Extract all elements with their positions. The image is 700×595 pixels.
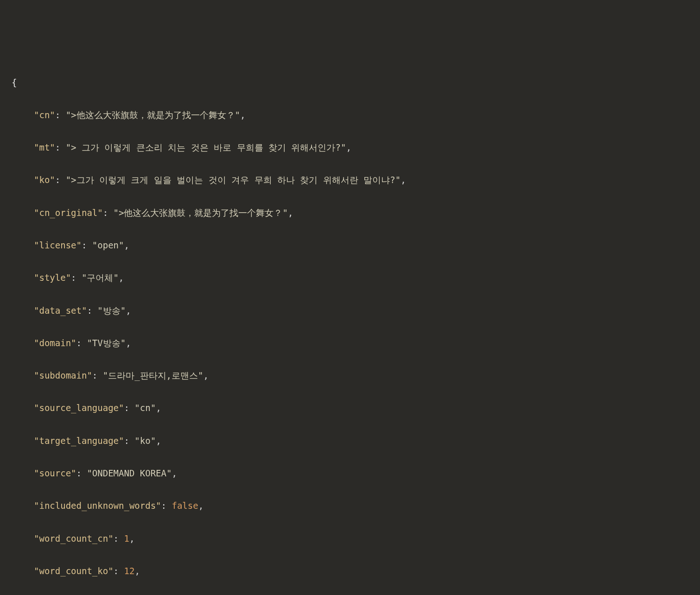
key-style: "style" bbox=[34, 272, 71, 283]
comma: , bbox=[288, 208, 293, 218]
key-license: "license" bbox=[34, 240, 82, 250]
colon: : bbox=[103, 208, 114, 218]
colon: : bbox=[76, 468, 87, 478]
colon: : bbox=[55, 175, 66, 185]
key-cn-original: "cn_original" bbox=[34, 208, 103, 218]
comma: , bbox=[126, 338, 131, 348]
key-word-count-ko: "word_count_ko" bbox=[34, 566, 114, 576]
colon: : bbox=[114, 566, 124, 576]
colon: : bbox=[124, 436, 134, 446]
comma: , bbox=[156, 436, 161, 446]
val-ko: ">그가 이렇게 크게 일을 벌이는 것이 겨우 무희 하나 찾기 위해서란 말… bbox=[66, 175, 401, 185]
key-source-language: "source_language" bbox=[34, 403, 124, 413]
val-cn-original: ">他这么大张旗鼓，就是为了找一个舞女？" bbox=[114, 208, 288, 218]
colon: : bbox=[124, 403, 134, 413]
key-included-unknown-words: "included_unknown_words" bbox=[34, 500, 161, 511]
colon: : bbox=[55, 142, 66, 152]
colon: : bbox=[87, 305, 97, 316]
val-style: "구어체" bbox=[82, 272, 119, 283]
comma: , bbox=[240, 110, 245, 120]
colon: : bbox=[71, 272, 82, 283]
colon: : bbox=[161, 500, 172, 511]
comma: , bbox=[198, 500, 204, 511]
comma: , bbox=[204, 370, 209, 380]
key-domain: "domain" bbox=[34, 338, 76, 348]
key-mt: "mt" bbox=[34, 142, 55, 152]
key-cn: "cn" bbox=[34, 110, 55, 120]
colon: : bbox=[92, 370, 103, 380]
val-source-language: "cn" bbox=[134, 403, 156, 413]
comma: , bbox=[156, 403, 161, 413]
colon: : bbox=[55, 110, 66, 120]
key-subdomain: "subdomain" bbox=[34, 370, 92, 380]
comma: , bbox=[401, 175, 406, 185]
colon: : bbox=[82, 240, 92, 250]
comma: , bbox=[119, 272, 124, 283]
val-included-unknown-words: false bbox=[172, 500, 198, 511]
val-word-count-ko: 12 bbox=[124, 566, 134, 576]
val-cn: ">他这么大张旗鼓，就是为了找一个舞女？" bbox=[66, 110, 240, 120]
val-mt: "> 그가 이렇게 큰소리 치는 것은 바로 무희를 찾기 위해서인가?" bbox=[66, 142, 346, 152]
comma: , bbox=[124, 240, 129, 250]
val-word-count-cn: 1 bbox=[124, 533, 129, 544]
comma: , bbox=[346, 142, 351, 152]
open-brace: { bbox=[12, 77, 17, 88]
comma: , bbox=[126, 305, 131, 316]
key-data-set: "data_set" bbox=[34, 305, 87, 316]
comma: , bbox=[172, 468, 177, 478]
key-source: "source" bbox=[34, 468, 76, 478]
key-ko: "ko" bbox=[34, 175, 55, 185]
val-source: "ONDEMAND KOREA" bbox=[87, 468, 172, 478]
val-data-set: "방송" bbox=[97, 305, 126, 316]
comma: , bbox=[134, 566, 140, 576]
val-subdomain: "드라마_판타지,로맨스" bbox=[103, 370, 204, 380]
colon: : bbox=[114, 533, 124, 544]
colon: : bbox=[76, 338, 87, 348]
key-target-language: "target_language" bbox=[34, 436, 124, 446]
key-word-count-cn: "word_count_cn" bbox=[34, 533, 114, 544]
val-license: "open" bbox=[92, 240, 124, 250]
comma: , bbox=[129, 533, 134, 544]
val-domain: "TV방송" bbox=[87, 338, 126, 348]
val-target-language: "ko" bbox=[134, 436, 156, 446]
